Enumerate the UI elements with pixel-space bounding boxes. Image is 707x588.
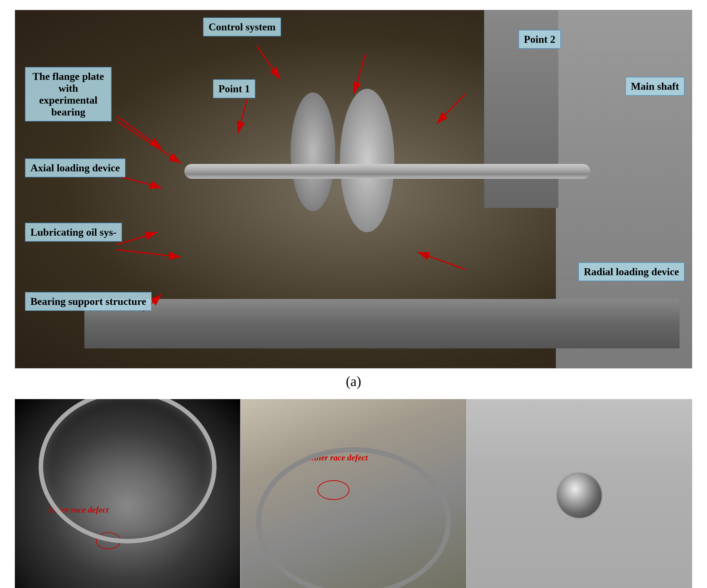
svg-line-7 xyxy=(117,176,162,188)
sub-figure-c: Inner race defect (c) xyxy=(240,399,466,588)
sub-figure-b: Outer race defect (b) xyxy=(15,399,240,588)
label-control-system: Control system xyxy=(203,18,281,36)
label-bearing-support: Bearing support structure xyxy=(25,292,152,311)
photo-d xyxy=(467,399,692,588)
outer-race-defect-circle xyxy=(96,532,121,549)
photo-b: Outer race defect xyxy=(15,399,240,588)
photo-c: Inner race defect xyxy=(241,399,466,588)
equip-disc2 xyxy=(291,93,335,211)
label-point2: Point 2 xyxy=(518,30,561,49)
equip-shaft xyxy=(184,164,591,179)
page-container: Control system Point 2 The flange plate … xyxy=(0,0,707,588)
figure-a-container: Control system Point 2 The flange plate … xyxy=(15,10,692,389)
sub-figure-d: (d) xyxy=(466,399,692,588)
svg-line-9 xyxy=(117,250,181,257)
svg-line-6 xyxy=(437,94,465,124)
svg-line-10 xyxy=(417,252,465,270)
label-main-shaft: Main shaft xyxy=(626,77,684,96)
inner-race-defect-circle xyxy=(317,480,349,500)
svg-line-4 xyxy=(117,121,181,163)
label-flange-plate: The flange plate with experimental beari… xyxy=(25,67,111,122)
svg-line-1 xyxy=(257,46,280,79)
label-axial-loading: Axial loading device xyxy=(25,159,126,177)
label-point1: Point 1 xyxy=(213,79,255,98)
inner-race-defect-label: Inner race defect xyxy=(308,453,368,462)
equip-disc xyxy=(340,89,394,232)
svg-line-3 xyxy=(117,116,162,148)
label-lubricating: Lubricating oil sys- xyxy=(25,223,122,242)
outer-race-defect-label: Outer race defect xyxy=(49,505,109,515)
bottom-row: Outer race defect (b) Inner race defect … xyxy=(15,399,692,588)
photo-a: Control system Point 2 The flange plate … xyxy=(15,10,692,369)
svg-line-5 xyxy=(238,99,247,134)
label-radial-loading: Radial loading device xyxy=(578,262,684,281)
svg-line-8 xyxy=(117,233,157,245)
caption-a: (a) xyxy=(15,373,692,389)
svg-line-2 xyxy=(354,54,366,94)
equip-base xyxy=(85,299,679,348)
